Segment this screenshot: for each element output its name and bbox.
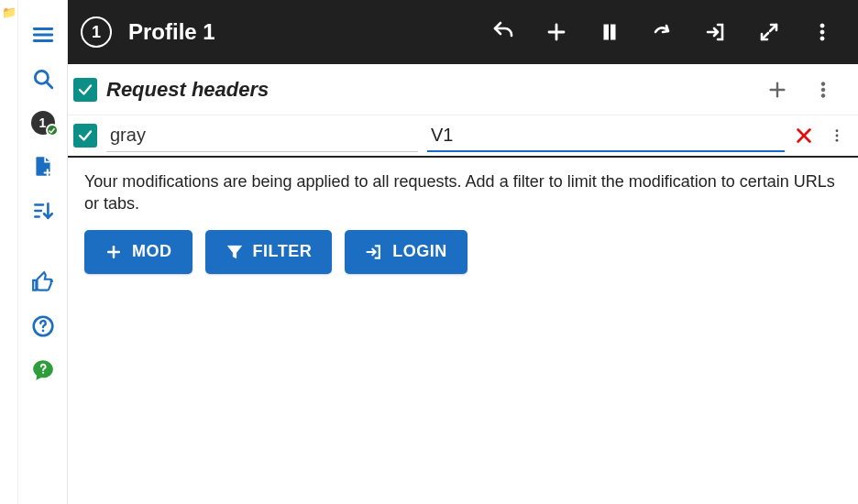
login-button-label: LOGIN [392,242,447,261]
svg-point-32 [836,139,839,142]
rule-more-button[interactable] [823,126,845,146]
content-area: Your modifications are being applied to … [68,158,858,287]
svg-point-26 [821,88,825,92]
hamburger-icon [31,23,55,47]
svg-point-20 [820,24,824,27]
close-icon [794,126,814,146]
plus-icon [767,80,787,100]
header-name-input[interactable] [106,119,418,152]
import-button[interactable] [693,0,739,64]
chat-help-icon [31,358,55,382]
svg-point-25 [821,82,825,85]
profile-title: Profile 1 [128,19,215,45]
header-rule-row [68,115,858,158]
add-header-button[interactable] [759,80,796,100]
pause-icon [599,21,621,43]
window-edge-strip: 📁 [0,0,18,504]
svg-point-22 [820,37,824,40]
rule-enable-checkbox[interactable] [73,124,97,148]
support-chat-button[interactable] [18,348,68,392]
svg-rect-17 [611,25,616,39]
undo-icon [492,21,514,43]
expand-icon [758,21,780,43]
check-icon [77,82,94,98]
filter-button[interactable]: FILTER [205,230,333,274]
login-icon [365,243,383,261]
info-text: Your modifications are being applied to … [84,170,836,215]
delete-rule-button[interactable] [794,126,814,146]
more-vertical-icon [811,21,833,43]
sort-button[interactable] [18,189,68,233]
share-icon [652,21,674,43]
profile-number-badge: 1 [81,16,112,48]
feedback-button[interactable] [18,260,68,304]
more-vertical-icon [813,80,833,100]
sidebar: 1 [18,0,68,504]
svg-line-4 [46,82,51,88]
search-icon [31,67,55,91]
thumbs-up-icon [31,270,55,294]
add-button[interactable] [534,0,579,64]
filter-icon [226,243,244,261]
section-title: Request headers [106,78,269,102]
folder-icon: 📁 [2,5,16,19]
active-profile-indicator[interactable]: 1 [18,101,68,145]
login-button[interactable]: LOGIN [345,230,468,274]
undo-button[interactable] [480,0,526,64]
new-file-button[interactable] [18,145,68,189]
svg-point-12 [41,330,44,333]
search-button[interactable] [18,57,68,101]
main-area: 1 Profile 1 Request headers [68,0,858,504]
mod-button-label: MOD [132,242,172,261]
pause-button[interactable] [587,0,632,64]
svg-point-31 [836,135,839,137]
section-header: Request headers [68,64,858,115]
plus-icon [104,243,123,261]
check-icon [77,127,94,144]
svg-rect-16 [604,25,609,39]
help-circle-icon [31,314,55,338]
status-check-icon [46,124,59,137]
section-more-button[interactable] [805,80,842,100]
import-icon [705,21,727,43]
topbar: 1 Profile 1 [68,0,858,64]
expand-button[interactable] [746,0,792,64]
header-value-input[interactable] [427,119,785,152]
svg-point-30 [836,129,839,132]
svg-point-13 [42,372,44,374]
mod-button[interactable]: MOD [84,230,192,274]
help-button[interactable] [18,304,68,348]
svg-point-27 [821,93,825,97]
svg-point-21 [820,30,824,34]
topbar-more-button[interactable] [799,0,845,64]
share-button[interactable] [640,0,686,64]
file-plus-icon [31,155,55,179]
plus-icon [545,21,567,43]
filter-button-label: FILTER [253,242,313,261]
action-button-row: MOD FILTER LOGIN [84,230,842,274]
menu-button[interactable] [18,13,68,57]
more-vertical-icon [829,126,845,146]
sort-icon [31,199,55,223]
section-enable-checkbox[interactable] [73,78,97,102]
